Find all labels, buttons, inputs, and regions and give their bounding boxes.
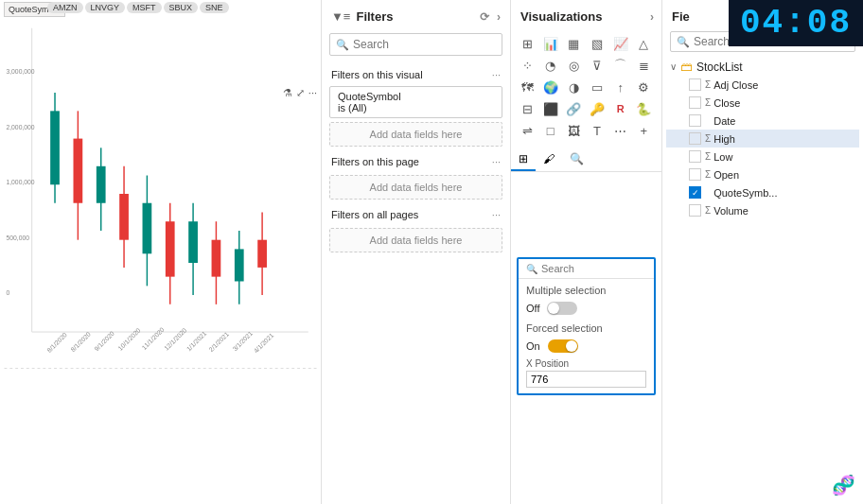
viz-icon-gauge[interactable]: ◑ [563,77,584,97]
viz-icon-line[interactable]: 📈 [610,33,631,54]
viz-icon-ribbon[interactable]: ⌒ [610,55,631,76]
field-sigma-adjclose: Σ [705,79,711,90]
tag-lnvgy[interactable]: LNVGY [85,2,126,13]
svg-text:0: 0 [6,289,9,296]
viz-icon-filled-map[interactable]: 🌍 [540,77,561,97]
field-check-low[interactable] [689,150,701,163]
viz-xposition-input[interactable] [526,371,646,388]
tag-sne[interactable]: SNE [200,2,229,13]
filters-section-all: Filters on all pages ··· [322,203,510,224]
filters-header: ▼≡ Filters ⟳ › [322,0,510,29]
viz-icon-python[interactable]: 🐍 [633,98,654,119]
viz-tab-analytics[interactable]: 🔍 [562,148,591,171]
viz-icon-bar[interactable]: 📊 [540,33,561,54]
svg-rect-17 [143,203,152,254]
viz-icon-more1[interactable]: ⋯ [610,120,631,141]
filters-section-page-more[interactable]: ··· [492,156,501,167]
chart-area: QuoteSymbol AMZN LNVGY MSFT SBUX SNE ⚗ ⤢… [0,0,322,504]
viz-icon-clustered-bar[interactable]: ▧ [587,33,608,54]
viz-icon-treemap[interactable]: ⬛ [540,98,561,119]
field-check-high[interactable] [689,132,701,145]
chart-tags: AMZN LNVGY MSFT SBUX SNE [47,2,229,13]
fields-tree-header[interactable]: ∨ 🗃 StockList [666,58,859,76]
field-check-close[interactable] [689,96,701,109]
filter-header-icon: ▼≡ [331,9,350,24]
field-check-date[interactable] [689,114,701,127]
viz-icon-decomp[interactable]: 🔗 [563,98,584,119]
viz-expand-icon[interactable]: › [650,10,654,24]
tag-msft[interactable]: MSFT [127,2,162,13]
filters-add-all[interactable]: Add data fields here [329,228,502,252]
field-item-adjclose[interactable]: Σ Adj Close [666,76,859,94]
field-check-adjclose[interactable] [689,78,701,91]
viz-dropdown-search-box[interactable]: 🔍 [519,259,654,279]
field-name-low: Low [713,151,855,163]
filters-add-page[interactable]: Add data fields here [329,175,502,200]
svg-rect-19 [166,221,175,276]
viz-tab-fields[interactable]: ⊞ [511,148,536,171]
viz-multiple-toggle[interactable] [547,302,577,315]
field-item-date[interactable]: Σ Date [666,112,859,130]
filters-search-icon: 🔍 [336,39,349,51]
viz-icon-r[interactable]: R [610,98,631,119]
viz-icon-key-influencer[interactable]: 🔑 [587,98,608,119]
svg-rect-27 [257,240,267,268]
viz-icon-area[interactable]: △ [633,33,654,54]
viz-xposition-section: X Position [519,355,654,393]
viz-icon-card[interactable]: ▭ [587,77,608,97]
field-item-quotesymb[interactable]: ✓ Σ QuoteSymb... [666,183,859,201]
svg-rect-23 [212,240,221,277]
tag-sbux[interactable]: SBUX [164,2,199,13]
viz-icon-matrix[interactable]: ⊟ [517,98,537,119]
viz-icon-stacked-bar[interactable]: ▦ [563,33,584,54]
filters-add-visual[interactable]: Add data fields here [329,122,502,147]
viz-icon-donut[interactable]: ◎ [563,55,584,76]
filters-refresh-icon[interactable]: ⟳ [480,10,489,24]
fields-title: Fie [672,9,690,24]
filters-section-visual-more[interactable]: ··· [492,69,501,80]
viz-dropdown-search-icon: 🔍 [526,264,537,274]
field-check-open[interactable] [689,168,701,181]
viz-forced-toggle-row: On [519,336,654,355]
tree-db-icon: 🗃 [680,60,693,74]
field-item-high[interactable]: Σ High [666,130,859,148]
filters-search-box[interactable]: 🔍 [329,33,502,56]
field-sigma-open: Σ [705,169,711,180]
viz-tab-format[interactable]: 🖌 [536,148,562,171]
field-name-quotesymb: QuoteSymb... [713,187,855,199]
viz-icon-map[interactable]: 🗺 [517,77,537,97]
viz-icon-shape[interactable]: □ [540,120,561,141]
viz-icon-scatter[interactable]: ⁘ [517,55,537,76]
svg-text:11/1/2020: 11/1/2020 [140,326,165,351]
viz-icon-kpi[interactable]: ↑ [610,77,631,97]
field-item-close[interactable]: Σ Close [666,94,859,112]
viz-icon-connector[interactable]: ⇌ [517,120,537,141]
filters-expand-icon[interactable]: › [497,10,501,24]
filters-section-all-more[interactable]: ··· [492,209,501,220]
viz-icon-pie[interactable]: ◔ [540,55,561,76]
field-check-quotesymb[interactable]: ✓ [689,186,701,199]
viz-dropdown-search-input[interactable] [541,263,646,274]
field-sigma-volume: Σ [705,205,711,216]
field-item-open[interactable]: Σ Open [666,165,859,183]
viz-forced-toggle[interactable] [548,339,578,353]
viz-icon-table[interactable]: ⊞ [517,33,537,54]
viz-icon-funnel[interactable]: ⊽ [587,55,608,76]
viz-icon-waterfall[interactable]: ≣ [633,55,654,76]
filters-search-input[interactable] [353,38,496,51]
field-item-volume[interactable]: Σ Volume [666,201,859,219]
viz-multiple-toggle-state: Off [526,303,539,314]
svg-text:2/1/2021: 2/1/2021 [207,330,230,353]
field-item-low[interactable]: Σ Low [666,148,859,165]
filter-chip-quotesymbol[interactable]: QuoteSymbol is (All) [329,86,502,118]
svg-text:3/1/2021: 3/1/2021 [231,330,254,353]
viz-icon-slicer[interactable]: ⚙ [633,77,654,97]
viz-icon-textbox[interactable]: T [587,120,608,141]
svg-text:3,000,000: 3,000,000 [6,68,34,75]
filters-section-visual: Filters on this visual ··· [322,63,510,84]
viz-icon-more2[interactable]: + [633,120,654,141]
viz-icon-image[interactable]: 🖼 [563,120,584,141]
field-check-volume[interactable] [689,204,701,217]
field-sigma-close: Σ [705,97,711,108]
tag-amzn[interactable]: AMZN [47,2,83,13]
